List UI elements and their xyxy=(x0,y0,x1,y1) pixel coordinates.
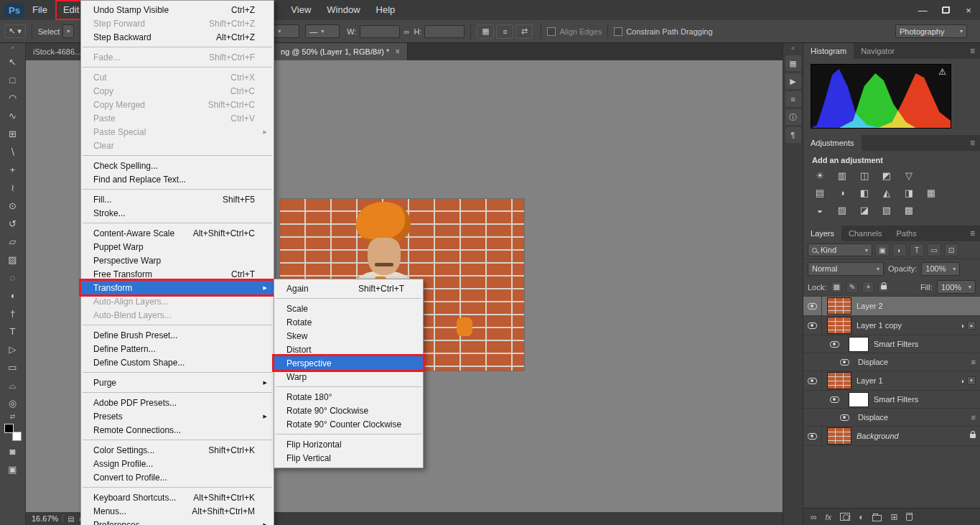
smart-filters-label[interactable]: Smart Filters xyxy=(874,340,918,348)
menu-item-scale[interactable]: Scale ▶ xyxy=(274,302,423,315)
stroke-style-dropdown[interactable]: — ▾ xyxy=(305,24,340,38)
menu-item-cut[interactable]: Cut Ctrl+X ▶ xyxy=(81,70,274,84)
menu-item-adobe-pdf-presets[interactable]: Adobe PDF Presets... ▶ xyxy=(81,396,274,409)
eraser-tool-icon[interactable]: ▱ xyxy=(3,233,23,251)
smart-filter-badge-icon[interactable]: ◑ xyxy=(960,377,964,385)
tab-adjustments[interactable]: Adjustments xyxy=(803,135,862,151)
filter-mask-thumbnail[interactable] xyxy=(849,392,869,407)
clone-source-panel-icon[interactable]: ▦ xyxy=(785,55,801,71)
visibility-eye-icon[interactable] xyxy=(840,414,849,421)
height-input[interactable] xyxy=(424,25,465,38)
layer-thumbnail[interactable] xyxy=(827,372,851,389)
posterize-icon[interactable]: ▨ xyxy=(834,203,850,216)
add-layer-mask-icon[interactable] xyxy=(840,513,850,521)
foreground-color-swatch[interactable] xyxy=(4,424,14,433)
smart-filters-row[interactable]: Smart Filters xyxy=(803,335,980,353)
menu-item-define-brush-preset[interactable]: Define Brush Preset... ▶ xyxy=(81,328,274,342)
link-dimensions-icon[interactable]: ∞ xyxy=(404,27,410,36)
zoom-tool-icon[interactable]: ◎ xyxy=(3,394,23,412)
paragraph-panel-icon[interactable]: ¶ xyxy=(785,127,801,143)
lock-all-icon[interactable] xyxy=(878,282,890,293)
black-white-icon[interactable]: ◧ xyxy=(857,186,872,199)
displace-filter-row[interactable]: Displace ≡ xyxy=(803,409,980,427)
menubar-file[interactable]: File xyxy=(24,0,55,20)
brush-tool-icon[interactable]: ≀ xyxy=(3,179,23,197)
menu-item-check-spelling[interactable]: Check Spelling... ▶ xyxy=(81,159,274,172)
clone-stamp-tool-icon[interactable]: ⊙ xyxy=(3,197,23,215)
menu-item-remote-connections[interactable]: Remote Connections... ▶ xyxy=(81,423,274,437)
menu-item-auto-align-layers[interactable]: Auto-Align Layers... ▶ xyxy=(81,294,274,308)
curves-icon[interactable]: ◫ xyxy=(857,169,872,182)
layer-name[interactable]: Layer 1 xyxy=(857,376,883,385)
auto-align-icon[interactable]: ⇄ xyxy=(515,24,533,39)
healing-brush-tool-icon[interactable]: + xyxy=(3,161,23,179)
menu-item-paste[interactable]: Paste Ctrl+V ▶ xyxy=(81,111,274,125)
blend-mode-dropdown[interactable]: Normal ▾ xyxy=(808,262,884,276)
filter-type-layers-icon[interactable]: T xyxy=(910,243,924,256)
shape-tool-icon[interactable]: ▭ xyxy=(3,358,23,376)
layer-thumbnail[interactable] xyxy=(827,317,851,334)
photo-filter-icon[interactable]: ◭ xyxy=(879,186,895,199)
status-doc-icon[interactable]: ▤ xyxy=(67,515,74,523)
marquee-tool-icon[interactable]: □ xyxy=(3,71,23,89)
visibility-eye-icon[interactable] xyxy=(808,378,817,384)
visibility-eye-icon[interactable] xyxy=(808,322,817,329)
menu-item-undo-stamp-visible[interactable]: Undo Stamp Visible Ctrl+Z ▶ xyxy=(81,3,274,17)
crop-tool-icon[interactable]: ⊞ xyxy=(3,125,23,143)
color-swatches[interactable] xyxy=(4,424,22,441)
color-lookup-icon[interactable]: ▦ xyxy=(923,186,939,199)
brightness-contrast-icon[interactable]: ☀ xyxy=(812,169,828,182)
lock-position-icon[interactable]: + xyxy=(862,282,874,293)
menu-item-content-aware-scale[interactable]: Content-Aware Scale Alt+Shift+Ctrl+C ▶ xyxy=(81,226,274,240)
current-tool-button[interactable]: ↖ ▾ xyxy=(4,24,26,38)
menu-item-preferences[interactable]: Preferences ▶ xyxy=(81,518,274,525)
threshold-icon[interactable]: ◪ xyxy=(857,203,872,216)
menu-item-rotate-180[interactable]: Rotate 180° ▶ xyxy=(274,390,423,404)
menu-item-stroke[interactable]: Stroke... ▶ xyxy=(81,206,274,220)
menu-item-flip-horizontal[interactable]: Flip Horizontal ▶ xyxy=(274,437,423,451)
displace-filter-row[interactable]: Displace ≡ xyxy=(803,353,980,371)
reference-point-dropdown[interactable]: ▾ xyxy=(274,24,299,38)
menu-item-clear[interactable]: Clear ▶ xyxy=(81,139,274,152)
panel-menu-icon[interactable]: ≡ xyxy=(965,226,980,241)
filter-adjustment-layers-icon[interactable]: ◐ xyxy=(892,243,907,256)
smart-filters-row[interactable]: Smart Filters xyxy=(803,391,980,409)
gradient-tool-icon[interactable]: ▨ xyxy=(3,251,23,269)
history-brush-tool-icon[interactable]: ↺ xyxy=(3,215,23,233)
menu-item-color-settings[interactable]: Color Settings... Shift+Ctrl+K ▶ xyxy=(81,443,274,457)
vibrance-icon[interactable]: ▽ xyxy=(901,169,917,182)
delete-layer-icon[interactable] xyxy=(906,513,913,521)
filter-pixel-layers-icon[interactable]: ▣ xyxy=(875,243,890,256)
tab-navigator[interactable]: Navigator xyxy=(854,43,902,59)
invert-icon[interactable]: ◒ xyxy=(812,203,828,216)
smart-filters-label[interactable]: Smart Filters xyxy=(874,395,918,404)
collapse-filters-icon[interactable]: ▾ xyxy=(967,376,976,385)
filter-name[interactable]: Displace xyxy=(858,413,888,422)
width-input[interactable] xyxy=(360,25,400,38)
menu-item-rotate-90-counter-clockwise[interactable]: Rotate 90° Counter Clockwise ▶ xyxy=(274,417,423,431)
panel-menu-icon[interactable]: ≡ xyxy=(965,43,980,59)
blur-tool-icon[interactable]: ◌ xyxy=(3,269,23,287)
align-layers-icon[interactable]: ▦ xyxy=(477,24,494,39)
menu-item-perspective-warp[interactable]: Perspective Warp ▶ xyxy=(81,254,274,267)
channel-mixer-icon[interactable]: ◨ xyxy=(901,186,917,199)
visibility-eye-icon[interactable] xyxy=(808,303,817,310)
brush-settings-panel-icon[interactable]: ≡ xyxy=(785,91,801,107)
lasso-tool-icon[interactable]: ◠ xyxy=(3,89,23,107)
menu-item-step-backward[interactable]: Step Backward Alt+Ctrl+Z ▶ xyxy=(81,30,274,44)
filter-name[interactable]: Displace xyxy=(858,358,888,366)
layer-row-layer-1-copy[interactable]: Layer 1 copy ◑ ▴ xyxy=(803,316,980,335)
quick-mask-icon[interactable]: ◙ xyxy=(3,442,23,460)
visibility-eye-icon[interactable] xyxy=(808,433,817,440)
menu-item-distort[interactable]: Distort ▶ xyxy=(274,343,423,356)
cached-data-warning-icon[interactable]: ⚠ xyxy=(938,67,946,77)
filter-shape-layers-icon[interactable]: ▭ xyxy=(927,243,941,256)
layer-thumbnail[interactable] xyxy=(827,427,851,445)
opacity-dropdown[interactable]: 100% ▾ xyxy=(921,262,960,276)
swap-colors-icon[interactable]: ⇄ xyxy=(10,412,16,421)
tab-paths[interactable]: Paths xyxy=(890,226,924,241)
menu-item-transform[interactable]: Transform ▶ xyxy=(81,281,274,294)
minimize-icon[interactable]: — xyxy=(911,0,934,20)
menu-item-puppet-warp[interactable]: Puppet Warp ▶ xyxy=(81,240,274,254)
path-selection-tool-icon[interactable]: ▷ xyxy=(3,340,23,358)
